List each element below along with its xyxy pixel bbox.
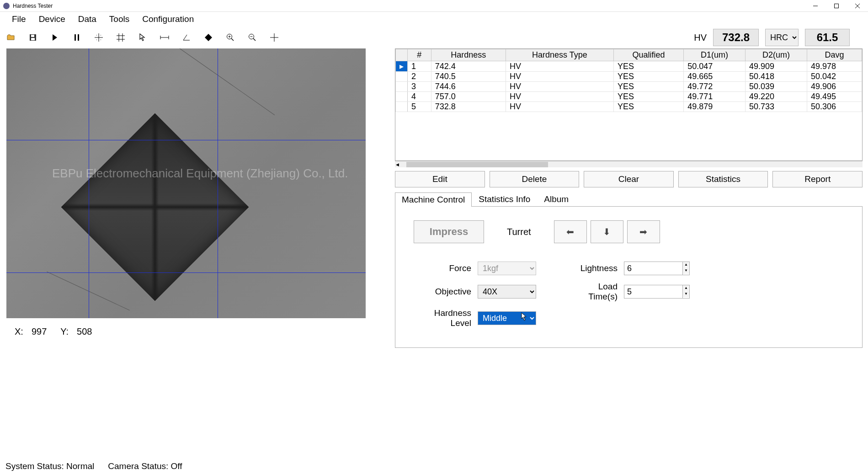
angle-button[interactable]: [181, 32, 192, 43]
spin-down-icon[interactable]: ▼: [683, 268, 689, 274]
measurements-table[interactable]: # Hardness Hardness Type Qualified D1(um…: [395, 48, 863, 161]
svg-rect-7: [31, 35, 34, 37]
col-d2[interactable]: D2(um): [746, 49, 807, 61]
clear-button[interactable]: Clear: [584, 171, 674, 187]
loadtime-input[interactable]: [624, 285, 682, 299]
crosshair-center-button[interactable]: [93, 32, 104, 43]
y-label: Y:: [60, 326, 69, 337]
save-button[interactable]: [27, 32, 38, 43]
spin-down-icon[interactable]: ▼: [683, 291, 689, 297]
app-icon: [3, 2, 10, 10]
impress-button[interactable]: Impress: [414, 220, 484, 243]
menubar: File Device Data Tools Configuration: [0, 12, 868, 27]
turret-label: Turret: [507, 227, 531, 237]
col-d1[interactable]: D1(um): [684, 49, 746, 61]
system-status: System Status: Normal: [5, 461, 94, 471]
hardness-level-label: Hardness Level: [414, 308, 478, 328]
pause-button[interactable]: [71, 32, 82, 43]
machine-control-panel: Impress Turret ⬅ ⬇ ➡ Force 1kgf Lightnes…: [395, 206, 863, 348]
turret-left-button[interactable]: ⬅: [554, 220, 587, 243]
zoom-in-button[interactable]: [225, 32, 236, 43]
svg-marker-8: [53, 34, 57, 41]
measure-button[interactable]: [159, 32, 170, 43]
report-button[interactable]: Report: [772, 171, 863, 187]
table-horizontal-scrollbar[interactable]: ◀: [395, 161, 863, 167]
spin-up-icon[interactable]: ▲: [683, 262, 689, 268]
titlebar: Hardness Tester: [0, 0, 868, 12]
menu-configuration[interactable]: Configuration: [136, 12, 200, 26]
delete-button[interactable]: Delete: [490, 171, 580, 187]
table-row[interactable]: ▸1742.4HVYES50.04749.90949.978: [396, 61, 862, 72]
objective-label: Objective: [414, 287, 478, 297]
coordinates-display: X:997 Y:508: [5, 318, 389, 345]
col-hardness-type[interactable]: Hardness Type: [506, 49, 613, 61]
open-button[interactable]: [5, 32, 16, 43]
turret-right-button[interactable]: ➡: [627, 220, 660, 243]
loadtime-label: Load Time(s): [569, 282, 624, 302]
hv-value: 732.8: [713, 29, 759, 46]
image-viewer[interactable]: EBPu Electromechanical Equipment (Zhejia…: [6, 48, 366, 318]
window-title: Hardness Tester: [13, 3, 805, 9]
action-buttons: Edit Delete Clear Statistics Report: [395, 171, 863, 187]
maximize-button[interactable]: [826, 0, 847, 12]
scale-select[interactable]: HRC: [765, 29, 799, 46]
row-indicator-header: [396, 49, 408, 61]
svg-rect-10: [78, 34, 79, 41]
pointer-button[interactable]: [137, 32, 148, 43]
diamond-button[interactable]: [203, 32, 214, 43]
measurement-line-vertical[interactable]: [89, 48, 89, 318]
spin-up-icon[interactable]: ▲: [683, 285, 689, 291]
arrow-right-icon: ➡: [639, 226, 647, 237]
hardness-level-select[interactable]: Middle: [478, 311, 536, 325]
force-label: Force: [414, 263, 478, 273]
lightness-label: Lightness: [569, 263, 624, 273]
arrow-left-icon: ⬅: [566, 226, 574, 237]
tab-statistics-info[interactable]: Statistics Info: [472, 192, 537, 206]
col-hardness[interactable]: Hardness: [431, 49, 506, 61]
menu-device[interactable]: Device: [32, 12, 72, 26]
table-row[interactable]: 2740.5HVYES49.66550.41850.042: [396, 72, 862, 82]
svg-rect-6: [31, 38, 35, 40]
objective-select[interactable]: 40X: [478, 285, 536, 299]
zoom-out-button[interactable]: [247, 32, 258, 43]
tab-machine-control[interactable]: Machine Control: [395, 192, 472, 207]
col-number[interactable]: #: [408, 49, 431, 61]
toolbar: HV 732.8 HRC 61.5: [0, 27, 868, 48]
lightness-spinner[interactable]: ▲▼: [624, 262, 688, 275]
grid-button[interactable]: [115, 32, 126, 43]
svg-rect-2: [835, 4, 839, 8]
statistics-button[interactable]: Statistics: [678, 171, 768, 187]
statusbar: System Status: Normal Camera Status: Off: [0, 458, 868, 475]
readout-bar: HV 732.8 HRC 61.5: [694, 29, 850, 46]
menu-data[interactable]: Data: [72, 12, 103, 26]
scale-value: 61.5: [805, 29, 850, 46]
table-row[interactable]: 3744.6HVYES49.77250.03949.906: [396, 82, 862, 92]
crosshair-button[interactable]: [269, 32, 280, 43]
col-davg[interactable]: Davg: [807, 49, 862, 61]
svg-marker-24: [205, 34, 212, 41]
play-button[interactable]: [49, 32, 60, 43]
measurement-line-vertical[interactable]: [218, 48, 218, 318]
hv-label: HV: [694, 32, 707, 43]
measurement-line-horizontal[interactable]: [6, 272, 366, 273]
svg-point-0: [3, 3, 10, 9]
measurement-line-horizontal[interactable]: [6, 140, 366, 140]
menu-tools[interactable]: Tools: [103, 12, 136, 26]
tab-album[interactable]: Album: [537, 192, 575, 206]
svg-line-26: [231, 38, 234, 41]
col-qualified[interactable]: Qualified: [613, 49, 683, 61]
y-value: 508: [77, 326, 92, 337]
camera-status: Camera Status: Off: [108, 461, 182, 471]
close-button[interactable]: [847, 0, 868, 12]
menu-file[interactable]: File: [5, 12, 32, 26]
edit-button[interactable]: Edit: [395, 171, 485, 187]
lightness-input[interactable]: [624, 262, 682, 275]
turret-down-button[interactable]: ⬇: [591, 220, 623, 243]
force-select[interactable]: 1kgf: [478, 262, 536, 275]
table-row[interactable]: 4757.0HVYES49.77149.22049.495: [396, 92, 862, 102]
tab-bar: Machine Control Statistics Info Album: [395, 192, 863, 206]
x-label: X:: [15, 326, 23, 337]
table-row[interactable]: 5732.8HVYES49.87950.73350.306: [396, 102, 862, 112]
loadtime-spinner[interactable]: ▲▼: [624, 285, 688, 299]
minimize-button[interactable]: [805, 0, 826, 12]
